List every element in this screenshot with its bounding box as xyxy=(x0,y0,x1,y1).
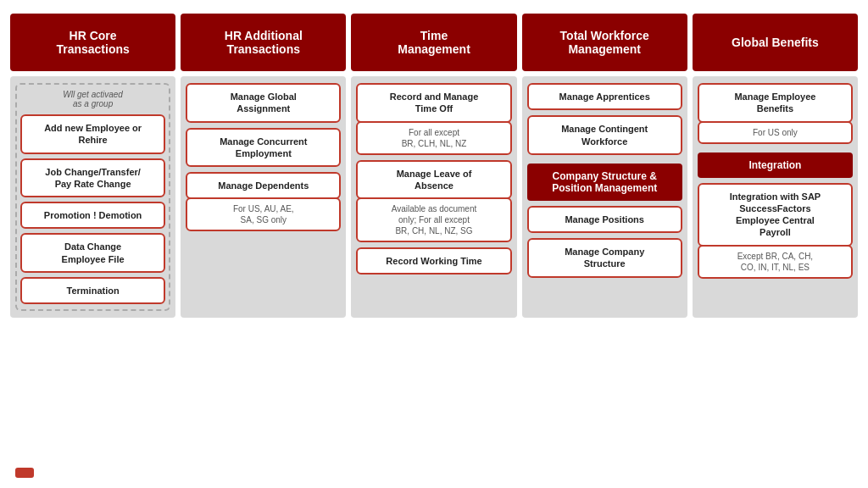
col-header-hr-additional: HR Additional Transactions xyxy=(181,14,346,71)
item-with-sub: Integration with SAP SuccessFactors Empl… xyxy=(698,183,853,279)
page-title xyxy=(0,0,868,14)
columns-container: HR Core TransactionsWll get activaed as … xyxy=(0,14,868,318)
col-header-global-benefits: Global Benefits xyxy=(693,14,858,71)
dashed-group-note: Wll get activaed as a group xyxy=(20,90,165,108)
column-hr-additional: HR Additional TransactionsManage Global … xyxy=(181,14,346,318)
item-with-sub: Manage Employee BenefitsFor US only xyxy=(698,83,853,144)
list-item: Manage Positions xyxy=(527,206,682,233)
list-item: Termination xyxy=(20,277,165,304)
list-item: Manage Leave of Absence xyxy=(356,160,511,200)
dashed-group: Wll get activaed as a groupAdd new Emplo… xyxy=(15,83,170,311)
sub-section-header: Company Structure & Position Management xyxy=(527,164,682,201)
list-item: Integration with SAP SuccessFactors Empl… xyxy=(698,183,853,247)
list-item: Job Change/Transfer/ Pay Rate Change xyxy=(20,158,165,198)
col-body-time-mgmt: Record and Manage Time OffFor all except… xyxy=(351,76,516,318)
list-item: Record and Manage Time Off xyxy=(356,83,511,123)
item-with-sub: Record and Manage Time OffFor all except… xyxy=(356,83,511,155)
list-item: Manage Global Assignment xyxy=(186,83,341,123)
list-item: Manage Dependents xyxy=(186,172,341,199)
column-hr-core: HR Core TransactionsWll get activaed as … xyxy=(10,14,175,318)
column-global-benefits: Global BenefitsManage Employee BenefitsF… xyxy=(693,14,858,318)
sub-item-note: Available as document only; For all exce… xyxy=(356,197,511,242)
sub-item-note: For US only xyxy=(698,121,853,144)
column-total-workforce: Total Workforce ManagementManage Apprent… xyxy=(522,14,687,318)
col-body-total-workforce: Manage ApprenticesManage Contingent Work… xyxy=(522,76,687,318)
legend-dot xyxy=(15,468,34,478)
sub-section-header: Integration xyxy=(698,152,853,178)
list-item: Manage Employee Benefits xyxy=(698,83,853,123)
list-item: Promotion ! Demotion xyxy=(20,202,165,229)
list-item: Record Working Time xyxy=(356,247,511,274)
list-item: Manage Contingent Workforce xyxy=(527,115,682,155)
item-with-sub: Manage DependentsFor US, AU, AE, SA, SG … xyxy=(186,172,341,231)
sub-item-note: For US, AU, AE, SA, SG only xyxy=(186,197,341,231)
sub-item-note: Except BR, CA, CH, CO, IN, IT, NL, ES xyxy=(698,245,853,279)
col-body-hr-additional: Manage Global AssignmentManage Concurren… xyxy=(181,76,346,318)
col-header-hr-core: HR Core Transactions xyxy=(10,14,175,71)
list-item: Manage Company Structure xyxy=(527,238,682,278)
sub-item-note: For all except BR, CLH, NL, NZ xyxy=(356,121,511,155)
col-header-time-mgmt: Time Management xyxy=(351,14,516,71)
col-body-hr-core: Wll get activaed as a groupAdd new Emplo… xyxy=(10,76,175,318)
col-body-global-benefits: Manage Employee BenefitsFor US onlyInteg… xyxy=(693,76,858,318)
list-item: Data Change Employee File xyxy=(20,233,165,273)
item-with-sub: Manage Leave of AbsenceAvailable as docu… xyxy=(356,160,511,243)
column-time-mgmt: Time ManagementRecord and Manage Time Of… xyxy=(351,14,516,318)
list-item: Manage Apprentices xyxy=(527,83,682,110)
list-item: Manage Concurrent Employment xyxy=(186,128,341,168)
list-item: Add new Employee or Rehire xyxy=(20,114,165,154)
col-header-total-workforce: Total Workforce Management xyxy=(522,14,687,71)
